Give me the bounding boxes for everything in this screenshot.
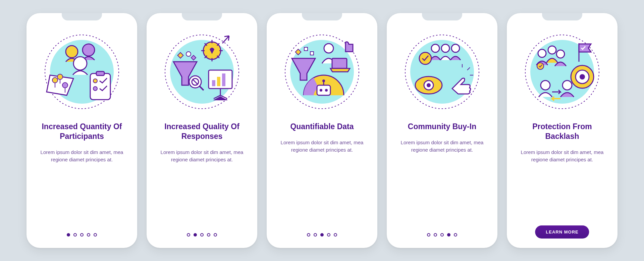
- svg-point-27: [186, 52, 191, 56]
- page-dot[interactable]: [67, 233, 70, 237]
- svg-point-68: [556, 50, 565, 58]
- svg-point-49: [325, 89, 328, 92]
- svg-point-42: [324, 44, 333, 53]
- pagination-dots: [307, 233, 337, 237]
- page-dot[interactable]: [87, 233, 90, 237]
- svg-point-3: [83, 44, 95, 56]
- svg-point-11: [62, 83, 68, 88]
- phone-notch: [542, 13, 582, 20]
- page-dot[interactable]: [80, 233, 84, 237]
- svg-point-75: [562, 81, 572, 90]
- quality-icon: [160, 30, 244, 114]
- page-dot[interactable]: [427, 233, 430, 237]
- svg-point-13: [57, 74, 63, 80]
- page-dot[interactable]: [320, 233, 324, 237]
- card-desc: Lorem ipsum dolor sit dim amet, mea regi…: [158, 149, 246, 164]
- page-dot[interactable]: [207, 233, 210, 237]
- pagination-dots: [67, 233, 97, 237]
- svg-point-2: [66, 46, 78, 58]
- onboarding-card: Increased Quantity Of Participants Lorem…: [26, 13, 137, 248]
- data-icon: [280, 30, 364, 114]
- phone-notch: [422, 13, 462, 20]
- svg-point-55: [441, 44, 449, 52]
- svg-point-48: [320, 89, 322, 92]
- pagination-dots: [427, 233, 457, 237]
- svg-rect-47: [317, 85, 330, 95]
- svg-point-60: [427, 83, 431, 87]
- svg-point-56: [451, 44, 460, 52]
- community-icon: [400, 30, 484, 114]
- svg-point-74: [541, 81, 550, 90]
- page-dot[interactable]: [454, 233, 457, 237]
- svg-point-57: [419, 52, 431, 64]
- phone-notch: [182, 13, 222, 20]
- svg-point-73: [580, 74, 585, 80]
- protection-icon: [520, 30, 604, 114]
- page-dot[interactable]: [194, 233, 197, 237]
- card-desc: Lorem ipsum dolor sit dim amet, mea regi…: [278, 139, 366, 154]
- svg-point-69: [537, 63, 544, 69]
- svg-rect-36: [222, 73, 225, 86]
- card-desc: Lorem ipsum dolor sit dim amet, mea regi…: [38, 149, 125, 164]
- page-dot[interactable]: [94, 233, 97, 237]
- pagination-dots: [187, 233, 217, 237]
- card-title: Community Buy-In: [408, 122, 476, 132]
- page-dot[interactable]: [200, 233, 204, 237]
- page-dot[interactable]: [327, 233, 330, 237]
- svg-point-4: [73, 57, 87, 70]
- card-title: Increased Quantity Of Participants: [37, 122, 126, 141]
- onboarding-card: Quantifiable Data Lorem ipsum dolor sit …: [267, 13, 377, 248]
- phone-notch: [302, 13, 342, 20]
- phone-notch: [62, 13, 102, 20]
- card-desc: Lorem ipsum dolor sit dim amet, mea regi…: [398, 139, 486, 154]
- svg-point-9: [52, 77, 58, 83]
- card-title: Protection From Backlash: [518, 122, 607, 141]
- svg-point-7: [93, 79, 97, 83]
- participants-icon: [40, 30, 124, 114]
- svg-rect-34: [212, 80, 215, 86]
- card-title: Increased Quality Of Responses: [157, 122, 247, 141]
- page-dot[interactable]: [447, 233, 450, 237]
- page-dot[interactable]: [187, 233, 190, 237]
- onboarding-card: Increased Quality Of Responses Lorem ips…: [147, 13, 257, 248]
- svg-point-54: [431, 44, 439, 52]
- page-dot[interactable]: [434, 233, 437, 237]
- card-desc: Lorem ipsum dolor sit dim amet, mea regi…: [519, 149, 606, 164]
- page-dot[interactable]: [307, 233, 310, 237]
- svg-point-8: [93, 87, 97, 91]
- svg-point-51: [322, 80, 325, 82]
- onboarding-card: Community Buy-In Lorem ipsum dolor sit d…: [387, 13, 497, 248]
- svg-rect-46: [310, 52, 314, 55]
- svg-rect-35: [217, 77, 220, 86]
- learn-more-button[interactable]: LEARN MORE: [535, 225, 589, 239]
- svg-point-66: [538, 49, 546, 57]
- page-dot[interactable]: [214, 233, 217, 237]
- page-dot[interactable]: [440, 233, 444, 237]
- svg-rect-5: [90, 73, 110, 100]
- page-dot[interactable]: [73, 233, 77, 237]
- svg-point-67: [548, 46, 556, 54]
- card-title: Quantifiable Data: [290, 122, 354, 132]
- svg-rect-45: [304, 47, 308, 51]
- page-dot[interactable]: [334, 233, 337, 237]
- page-dot[interactable]: [314, 233, 317, 237]
- svg-rect-43: [332, 58, 347, 68]
- onboarding-card: Protection From Backlash Lorem ipsum dol…: [507, 13, 618, 248]
- svg-rect-6: [96, 71, 104, 75]
